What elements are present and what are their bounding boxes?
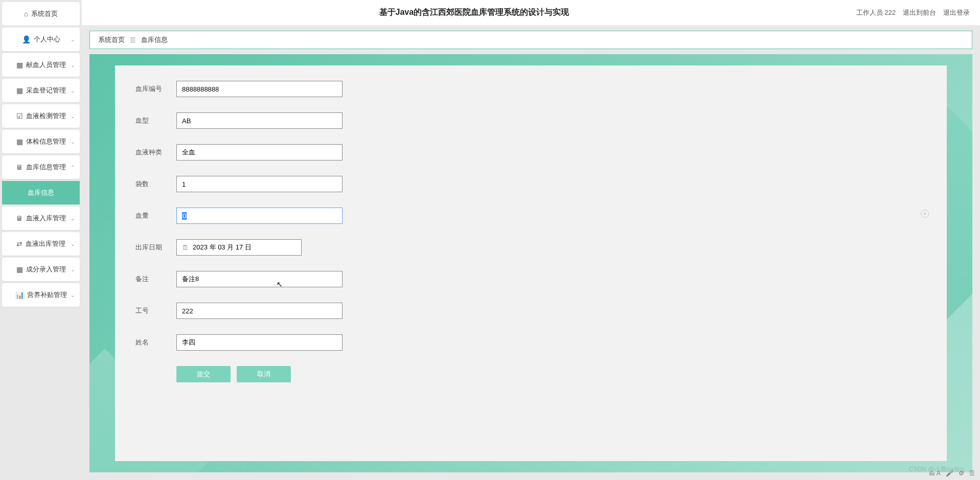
label-blood-bank-id: 血库编号 bbox=[135, 84, 176, 94]
breadcrumb-home[interactable]: 系统首页 bbox=[98, 35, 125, 44]
label-remark: 备注 bbox=[135, 275, 176, 284]
input-remark[interactable] bbox=[176, 271, 343, 287]
chevron-down-icon: ⌄ bbox=[71, 113, 75, 119]
taskbar-ime: 🖮 A 🎤 ⚙ ☰ bbox=[929, 470, 975, 477]
sidebar-item-blood-in[interactable]: 🖥 血液入库管理 ⌄ bbox=[2, 207, 80, 230]
sidebar-item-donor[interactable]: ▦ 献血人员管理 ⌄ bbox=[2, 53, 80, 77]
person-icon: 👤 bbox=[22, 35, 31, 43]
chevron-down-icon: ⌄ bbox=[71, 139, 75, 145]
submit-button[interactable]: 提交 bbox=[176, 366, 231, 382]
sidebar-label: 血库信息管理 bbox=[26, 163, 66, 172]
input-blood-volume[interactable]: 0 bbox=[176, 208, 343, 224]
form-row-remark: 备注 bbox=[135, 271, 926, 287]
sidebar-item-bloodbank-mgmt[interactable]: 🖥 血库信息管理 ⌃ bbox=[2, 155, 80, 179]
input-blood-category[interactable] bbox=[176, 144, 343, 161]
form-buttons: 提交 取消 bbox=[176, 366, 926, 382]
input-blood-type[interactable] bbox=[176, 112, 343, 129]
label-name: 姓名 bbox=[135, 338, 176, 347]
sidebar-label: 采血登记管理 bbox=[26, 86, 66, 95]
sidebar-item-component[interactable]: ▦ 成分录入管理 ⌄ bbox=[2, 258, 80, 281]
home-icon: ⌂ bbox=[24, 10, 28, 18]
form-row-blood-volume: 血量 0 bbox=[135, 208, 926, 224]
chevron-down-icon: ⌄ bbox=[71, 267, 75, 272]
sidebar-item-subsidy[interactable]: 📊 营养补贴管理 ⌄ bbox=[2, 283, 80, 307]
ime-icon: 🖮 A bbox=[929, 470, 941, 477]
input-bag-count[interactable] bbox=[176, 176, 343, 192]
breadcrumb-separator-icon: ☰ bbox=[130, 36, 136, 44]
page-title: 基于Java的含江西郊医院血库管理系统的设计与实现 bbox=[92, 7, 856, 18]
main-area: 基于Java的含江西郊医院血库管理系统的设计与实现 工作人员 222 退出到前台… bbox=[82, 0, 980, 480]
form-panel: × 血库编号 血型 血液种类 袋数 血量 bbox=[115, 65, 947, 461]
collapse-icon[interactable]: × bbox=[921, 210, 929, 218]
sidebar-item-collection[interactable]: ▦ 采血登记管理 ⌄ bbox=[2, 79, 80, 102]
sidebar-label: 营养补贴管理 bbox=[27, 290, 67, 300]
content-area: × 血库编号 血型 血液种类 袋数 血量 bbox=[89, 54, 972, 472]
cancel-button[interactable]: 取消 bbox=[237, 366, 291, 382]
label-staff-id: 工号 bbox=[135, 306, 176, 315]
exit-front-link[interactable]: 退出到前台 bbox=[903, 8, 936, 17]
sidebar-item-blood-out[interactable]: ⇄ 血液出库管理 ⌄ bbox=[2, 232, 80, 256]
label-out-date: 出库日期 bbox=[135, 243, 176, 252]
user-info[interactable]: 工作人员 222 bbox=[856, 8, 896, 17]
chart-icon: 📊 bbox=[15, 291, 24, 299]
ime-icon: ☰ bbox=[969, 470, 975, 477]
chevron-down-icon: ⌄ bbox=[71, 62, 75, 68]
sidebar-item-personal[interactable]: 👤 个人中心 ⌄ bbox=[2, 28, 80, 51]
sidebar: ⌂ 系统首页 👤 个人中心 ⌄ ▦ 献血人员管理 ⌄ ▦ 采血登记管理 ⌄ ☑ … bbox=[0, 0, 82, 480]
sidebar-label: 献血人员管理 bbox=[26, 60, 66, 70]
sidebar-label: 成分录入管理 bbox=[26, 265, 66, 274]
sidebar-label: 系统首页 bbox=[31, 9, 58, 18]
form-row-staff-id: 工号 bbox=[135, 303, 926, 319]
logout-link[interactable]: 退出登录 bbox=[943, 8, 970, 17]
form-row-blood-type: 血型 bbox=[135, 112, 926, 129]
input-out-date[interactable]: 🗓 2023 年 03 月 17 日 bbox=[176, 239, 302, 256]
grid-icon: ▦ bbox=[16, 86, 23, 95]
sidebar-item-physical[interactable]: ▦ 体检信息管理 ⌄ bbox=[2, 130, 80, 153]
sidebar-item-bloodbank-info[interactable]: 血库信息 bbox=[2, 181, 80, 204]
form-row-name: 姓名 bbox=[135, 334, 926, 351]
sidebar-item-detection[interactable]: ☑ 血液检测管理 ⌄ bbox=[2, 104, 80, 128]
sidebar-label: 个人中心 bbox=[34, 35, 60, 44]
input-name[interactable] bbox=[176, 334, 343, 351]
monitor-icon: 🖥 bbox=[16, 214, 23, 222]
chevron-down-icon: ⌄ bbox=[71, 37, 75, 42]
sidebar-label: 血液出库管理 bbox=[26, 239, 65, 248]
calendar-icon: 🗓 bbox=[182, 244, 189, 252]
breadcrumb: 系统首页 ☰ 血库信息 bbox=[89, 31, 972, 49]
sidebar-label: 血液检测管理 bbox=[26, 111, 66, 121]
ime-icon: ⚙ bbox=[959, 470, 964, 477]
grid-icon: ▦ bbox=[16, 138, 23, 146]
chevron-down-icon: ⌄ bbox=[71, 292, 75, 298]
sidebar-label: 血液入库管理 bbox=[26, 214, 66, 223]
form-row-blood-bank-id: 血库编号 bbox=[135, 81, 926, 97]
ime-icon: 🎤 bbox=[946, 470, 953, 477]
header: 基于Java的含江西郊医院血库管理系统的设计与实现 工作人员 222 退出到前台… bbox=[82, 0, 980, 26]
form-row-bag-count: 袋数 bbox=[135, 176, 926, 192]
label-blood-category: 血液种类 bbox=[135, 148, 176, 157]
exchange-icon: ⇄ bbox=[16, 240, 22, 248]
sidebar-label: 血库信息 bbox=[28, 188, 54, 197]
chevron-down-icon: ⌄ bbox=[71, 88, 75, 94]
input-staff-id[interactable] bbox=[176, 303, 343, 319]
label-blood-volume: 血量 bbox=[135, 211, 176, 220]
label-bag-count: 袋数 bbox=[135, 179, 176, 189]
grid-icon: ▦ bbox=[16, 265, 23, 273]
chevron-down-icon: ⌄ bbox=[71, 241, 75, 247]
check-icon: ☑ bbox=[16, 112, 23, 120]
label-blood-type: 血型 bbox=[135, 116, 176, 125]
chevron-up-icon: ⌃ bbox=[71, 165, 75, 170]
form-row-blood-category: 血液种类 bbox=[135, 144, 926, 161]
header-right: 工作人员 222 退出到前台 退出登录 bbox=[856, 8, 970, 17]
breadcrumb-current: 血库信息 bbox=[141, 35, 168, 44]
sidebar-label: 体检信息管理 bbox=[26, 137, 66, 146]
sidebar-item-home[interactable]: ⌂ 系统首页 bbox=[2, 2, 80, 26]
input-blood-bank-id[interactable] bbox=[176, 81, 343, 97]
chevron-down-icon: ⌄ bbox=[71, 216, 75, 221]
grid-icon: ▦ bbox=[16, 61, 23, 69]
form-row-out-date: 出库日期 🗓 2023 年 03 月 17 日 bbox=[135, 239, 926, 256]
monitor-icon: 🖥 bbox=[16, 163, 23, 171]
